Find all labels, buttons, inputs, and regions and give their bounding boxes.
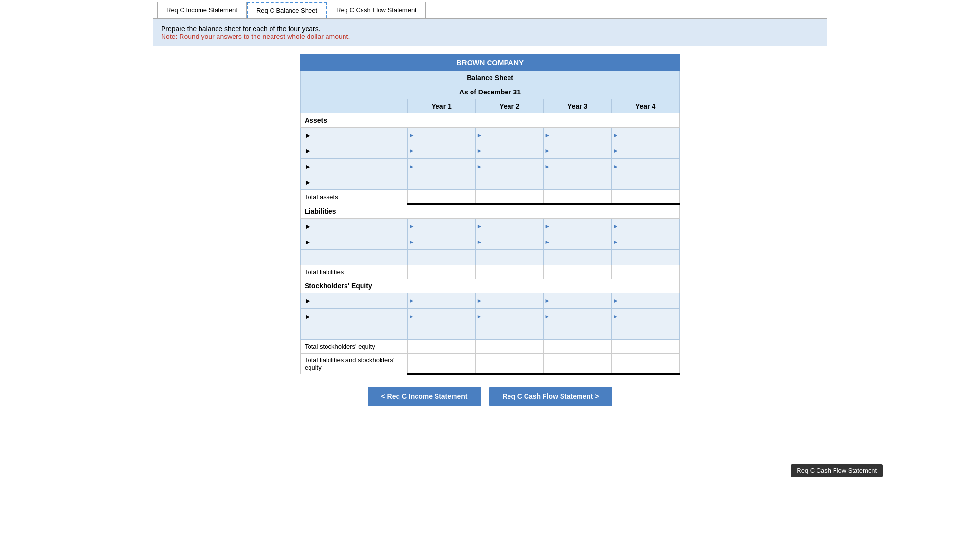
total-liabilities-year3-input[interactable] [547,268,607,276]
liability-2-year1[interactable]: ► [407,234,475,250]
equity-3-year2-input[interactable] [476,324,544,339]
liability-1-year3-input[interactable] [544,219,611,234]
equity-1-year3-input[interactable] [544,293,611,308]
equity-2-year2-input[interactable] [476,309,544,324]
liability-1-year1[interactable]: ► [407,219,475,234]
tab-cash-flow[interactable]: Req C Cash Flow Statement [327,2,426,18]
liability-3-year2[interactable] [475,250,544,265]
total-assets-year1-input[interactable] [412,193,472,200]
equity-1-year2[interactable]: ► [475,293,544,309]
equity-2-year1[interactable]: ► [407,309,475,324]
asset-3-year3-input[interactable] [544,159,611,174]
liability-2-year2[interactable]: ► [475,234,544,250]
total-equity-year3-input[interactable] [547,343,607,350]
tab-balance-sheet[interactable]: Req C Balance Sheet [247,2,327,18]
asset-3-year1[interactable]: ► [407,159,475,174]
total-liabilities-year2-input[interactable] [480,268,540,276]
total-l-e-year1-input[interactable] [412,360,472,367]
asset-1-year1[interactable]: ► [407,128,475,143]
liability-3-year3-input[interactable] [544,250,611,265]
equity-2-year4[interactable]: ► [612,309,680,324]
total-assets-year2-input[interactable] [480,193,540,200]
asset-2-year3[interactable]: ► [544,143,612,159]
asset-4-year1-input[interactable] [408,174,475,189]
asset-1-year2[interactable]: ► [475,128,544,143]
asset-4-year4-input[interactable] [612,174,679,189]
equity-3-year2[interactable] [475,324,544,340]
asset-2-year1[interactable]: ► [407,143,475,159]
total-equity-year4-input[interactable] [616,343,675,350]
liability-2-year4[interactable]: ► [612,234,680,250]
liability-1-year1-input[interactable] [408,219,475,234]
asset-1-year2-input[interactable] [476,128,544,143]
asset-3-year1-input[interactable] [408,159,475,174]
equity-2-year3-input[interactable] [544,309,611,324]
asset-4-year4[interactable] [612,174,680,190]
liability-3-year4[interactable] [612,250,680,265]
liability-2-year2-input[interactable] [476,234,544,249]
asset-2-year4-input[interactable] [612,143,679,158]
asset-2-year1-input[interactable] [408,143,475,158]
asset-3-year2-input[interactable] [476,159,544,174]
asset-4-year3[interactable] [544,174,612,190]
asset-1-year3[interactable]: ► [544,128,612,143]
equity-3-year4-input[interactable] [612,324,679,339]
total-l-e-year4-input[interactable] [616,360,675,367]
total-equity-year1-input[interactable] [412,343,472,350]
asset-2-year4[interactable]: ► [612,143,680,159]
asset-2-year2[interactable]: ► [475,143,544,159]
liability-1-year2-input[interactable] [476,219,544,234]
asset-1-year4-input[interactable] [612,128,679,143]
total-liabilities-year1-input[interactable] [412,268,472,276]
equity-1-year1[interactable]: ► [407,293,475,309]
asset-3-year2[interactable]: ► [475,159,544,174]
asset-3-year4[interactable]: ► [612,159,680,174]
equity-1-year2-input[interactable] [476,293,544,308]
equity-2-year4-input[interactable] [612,309,679,324]
equity-3-year3[interactable] [544,324,612,340]
asset-1-year4[interactable]: ► [612,128,680,143]
liability-3-year1-input[interactable] [408,250,475,265]
equity-3-year1-input[interactable] [408,324,475,339]
liability-1-year3[interactable]: ► [544,219,612,234]
liability-1-year4-input[interactable] [612,219,679,234]
equity-3-year1[interactable] [407,324,475,340]
liability-3-year2-input[interactable] [476,250,544,265]
asset-2-year2-input[interactable] [476,143,544,158]
next-button[interactable]: Req C Cash Flow Statement > [489,387,613,406]
liability-3-year4-input[interactable] [612,250,679,265]
liability-1-year2[interactable]: ► [475,219,544,234]
liability-2-year1-input[interactable] [408,234,475,249]
total-assets-year4-input[interactable] [616,193,675,200]
asset-4-year3-input[interactable] [544,174,611,189]
liability-2-year4-input[interactable] [612,234,679,249]
asset-4-year2[interactable] [475,174,544,190]
asset-3-year4-input[interactable] [612,159,679,174]
equity-1-year3[interactable]: ► [544,293,612,309]
equity-3-year3-input[interactable] [544,324,611,339]
equity-2-year3[interactable]: ► [544,309,612,324]
equity-1-year4[interactable]: ► [612,293,680,309]
liability-3-year3[interactable] [544,250,612,265]
equity-1-year1-input[interactable] [408,293,475,308]
asset-2-year3-input[interactable] [544,143,611,158]
equity-2-year2[interactable]: ► [475,309,544,324]
tab-income-statement[interactable]: Req C Income Statement [157,2,247,18]
liability-3-year1[interactable] [407,250,475,265]
total-l-e-year3-input[interactable] [547,360,607,367]
asset-4-year2-input[interactable] [476,174,544,189]
prev-button[interactable]: < Req C Income Statement [368,387,481,406]
asset-3-year3[interactable]: ► [544,159,612,174]
total-equity-year2-input[interactable] [480,343,540,350]
total-l-e-year2-input[interactable] [480,360,540,367]
asset-4-year1[interactable] [407,174,475,190]
asset-1-year3-input[interactable] [544,128,611,143]
liability-1-year4[interactable]: ► [612,219,680,234]
equity-1-year4-input[interactable] [612,293,679,308]
equity-3-year4[interactable] [612,324,680,340]
liability-2-year3[interactable]: ► [544,234,612,250]
equity-2-year1-input[interactable] [408,309,475,324]
total-liabilities-year4-input[interactable] [616,268,675,276]
asset-1-year1-input[interactable] [408,128,475,143]
liability-2-year3-input[interactable] [544,234,611,249]
